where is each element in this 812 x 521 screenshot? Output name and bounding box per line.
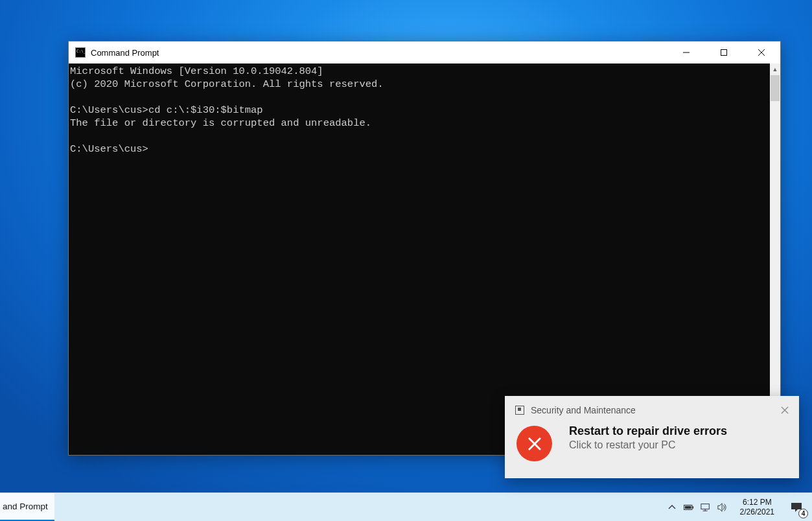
window-title: Command Prompt: [91, 48, 159, 58]
network-icon[interactable]: [697, 493, 714, 521]
svg-rect-1: [721, 50, 727, 56]
taskbar-clock[interactable]: 6:12 PM 2/26/2021: [734, 493, 781, 521]
svg-rect-9: [692, 506, 693, 509]
toast-close-button[interactable]: [778, 404, 791, 418]
minimize-button[interactable]: [667, 41, 705, 64]
toast-message: Restart to repair drive errors Click to …: [569, 424, 727, 451]
clock-time: 6:12 PM: [743, 498, 772, 507]
notification-toast[interactable]: Security and Maintenance Restart to repa…: [505, 396, 799, 478]
toast-title: Restart to repair drive errors: [569, 424, 727, 438]
tray-overflow-chevron-icon[interactable]: [664, 493, 680, 521]
action-center-badge: 4: [798, 509, 808, 518]
clock-date: 2/26/2021: [740, 507, 774, 517]
close-button[interactable]: [743, 41, 780, 64]
error-icon: [516, 426, 552, 461]
maximize-button[interactable]: [705, 41, 743, 64]
cmd-app-icon: [75, 47, 86, 58]
toast-header: Security and Maintenance: [505, 396, 799, 422]
toast-source: Security and Maintenance: [531, 405, 636, 415]
window-titlebar[interactable]: Command Prompt: [69, 41, 780, 64]
console-output: Microsoft Windows [Version 10.0.19042.80…: [69, 64, 780, 157]
scroll-up-arrow[interactable]: ▲: [770, 64, 780, 75]
toast-subtitle: Click to restart your PC: [569, 439, 727, 451]
toast-body[interactable]: Restart to repair drive errors Click to …: [505, 422, 799, 478]
taskbar-spacer: [54, 493, 661, 521]
action-center-button[interactable]: 4: [781, 493, 812, 521]
svg-rect-10: [684, 505, 691, 508]
volume-icon[interactable]: [714, 493, 731, 521]
window-controls: [667, 41, 780, 64]
taskbar-active-app[interactable]: and Prompt: [0, 493, 54, 521]
security-maintenance-icon: [515, 406, 524, 415]
battery-icon[interactable]: [680, 493, 697, 521]
svg-rect-11: [701, 504, 708, 509]
command-prompt-window: Command Prompt Microsoft Windows [Versio…: [68, 41, 781, 456]
svg-marker-14: [717, 503, 721, 511]
taskbar-active-app-label: and Prompt: [3, 502, 48, 511]
system-tray: [661, 493, 734, 521]
taskbar: and Prompt 6:12 PM 2/26/2021 4: [0, 492, 812, 521]
scroll-thumb[interactable]: [771, 75, 780, 101]
